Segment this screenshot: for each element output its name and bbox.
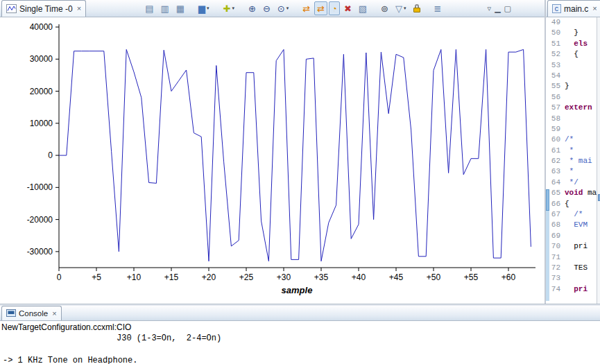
code-text: */ [565,177,578,188]
console-output[interactable]: NewTargetConfiguration.ccxml:CIOJ30 (1-3… [0,321,600,364]
console-line: NewTargetConfiguration.ccxml:CIO [0,322,600,333]
code-line: 49 [549,17,597,28]
code-text: { [565,199,569,209]
tab-label: main.c [564,4,588,14]
code-line: 58 [549,114,597,124]
editor-pane: c main.c × 4950 }51 els52 {535455}5657ex… [546,0,600,304]
close-icon[interactable]: × [592,5,597,12]
svg-text:+20: +20 [202,272,216,282]
signal-type-icon[interactable]: ▆▾ [196,1,212,15]
zoom-in-icon[interactable]: ⊕ [246,1,259,15]
refresh-icon[interactable]: ⇄ [300,1,313,15]
editor-body[interactable]: 4950 }51 els52 {535455}5657extern585960/… [546,17,600,304]
graph-tabbar: Single Time -0 × ▤▥▦▆▾✚▾⊕⊖⊙▾⇄⇄◔✖▧⊚▽▾≣ ▿▁… [0,0,545,17]
overview-ruler[interactable] [597,17,600,304]
graph-toolbar: ▤▥▦▆▾✚▾⊕⊖⊙▾⇄⇄◔✖▧⊚▽▾≣ [142,0,445,17]
code-line: 51 els [549,39,597,49]
display-data-icon[interactable]: ▥ [157,1,171,15]
svg-text:c: c [554,6,558,13]
svg-text:+60: +60 [502,272,516,282]
export-graph-icon: ▧ [359,4,367,13]
zoom-mode-icon[interactable]: ⊙▾ [275,1,291,15]
tab-main-c[interactable]: c main.c × [547,0,600,17]
waveform-tab-icon [6,4,17,13]
freeze-icon[interactable] [411,1,423,15]
code-line: 63 * [549,166,597,177]
line-number: 66 [549,199,560,209]
export-graph-icon[interactable]: ▧ [356,1,370,15]
code-line: 64 */ [549,177,597,188]
code-line: 52 { [549,49,597,60]
code-text: TES [565,263,588,273]
line-number: 71 [549,252,560,263]
code-line: 53 [549,60,597,71]
line-number: 60 [549,135,560,145]
add-graph-icon: ✚ [223,4,231,13]
close-icon[interactable]: × [77,5,81,12]
code-line: 68 EVM [549,220,597,230]
console-icon [6,309,16,318]
code-line: 61 * [549,146,597,156]
console-line [0,344,600,355]
line-number: 59 [549,124,560,135]
code-line: 67 /* [549,209,597,220]
svg-text:40000: 40000 [30,22,53,32]
add-graph-icon[interactable]: ✚▾ [221,1,237,15]
upper-area: Single Time -0 × ▤▥▦▆▾✚▾⊕⊖⊙▾⇄⇄◔✖▧⊚▽▾≣ ▿▁… [0,0,600,304]
auto-scale-icon[interactable]: ◔ [329,1,340,15]
code-line: 55} [549,81,597,92]
display-data-icon: ▥ [160,4,169,13]
code-text: /* [565,135,574,145]
c-file-icon: c [552,4,561,13]
tab-label: Single Time -0 [19,4,73,14]
cursor-data-icon[interactable]: ▤ [142,1,156,15]
code-line: 72 TES [549,263,597,273]
close-icon[interactable]: × [52,310,56,318]
minimize-icon[interactable]: ▁ [495,4,500,13]
grid-toggle-icon[interactable]: ▦ [173,1,187,15]
dropdown-arrow-icon[interactable]: ▾ [404,6,406,11]
svg-text:+30: +30 [277,272,291,282]
code-line: 74 pri [549,284,597,295]
search-icon[interactable]: ⊚ [378,1,391,15]
clear-graph-icon: ✖ [344,4,352,13]
chart-area[interactable]: 400003000020000100000-10000-20000-300000… [0,17,545,304]
code-line: 57extern [549,103,597,113]
line-number: 72 [549,263,560,273]
line-number: 58 [549,114,560,124]
legend-icon: ≣ [434,4,442,13]
svg-text:+45: +45 [389,272,404,282]
search-icon: ⊚ [381,4,388,13]
zoom-out-icon[interactable]: ⊖ [260,1,273,15]
code-text: } [565,81,569,92]
line-number: 70 [549,241,560,252]
line-number: 56 [549,92,560,103]
svg-text:+35: +35 [314,272,329,282]
svg-text:-10000: -10000 [27,182,53,192]
line-number: 49 [549,17,560,28]
svg-text:+55: +55 [464,272,479,282]
dropdown-arrow-icon[interactable]: ▾ [286,6,289,11]
code-text: void ma [565,188,597,198]
code-line: 71 [549,252,597,263]
console-line: J30 (1-3=On, 2-4=On) [0,333,600,344]
code-text: } [565,28,578,38]
code-line: 60/* [549,135,597,145]
waveform-chart: 400003000020000100000-10000-20000-300000… [0,17,545,303]
tab-single-time[interactable]: Single Time -0 × [1,0,86,17]
svg-text:-30000: -30000 [27,247,53,257]
legend-icon[interactable]: ≣ [431,1,445,15]
code-view[interactable]: 4950 }51 els52 {535455}5657extern585960/… [549,17,597,304]
cursor-data-icon: ▤ [145,4,153,13]
maximize-icon[interactable]: ▢ [504,4,511,13]
continuous-refresh-icon[interactable]: ⇄ [314,1,327,15]
line-number: 52 [549,49,560,60]
view-menu-icon[interactable]: ▿ [488,4,492,13]
waveform-line [59,49,531,261]
dropdown-arrow-icon[interactable]: ▾ [232,6,234,11]
dropdown-arrow-icon[interactable]: ▾ [207,6,209,11]
clear-graph-icon[interactable]: ✖ [341,1,354,15]
code-text: * [565,146,574,156]
filter-icon[interactable]: ▽▾ [393,1,409,15]
tab-console[interactable]: Console × [1,306,62,320]
